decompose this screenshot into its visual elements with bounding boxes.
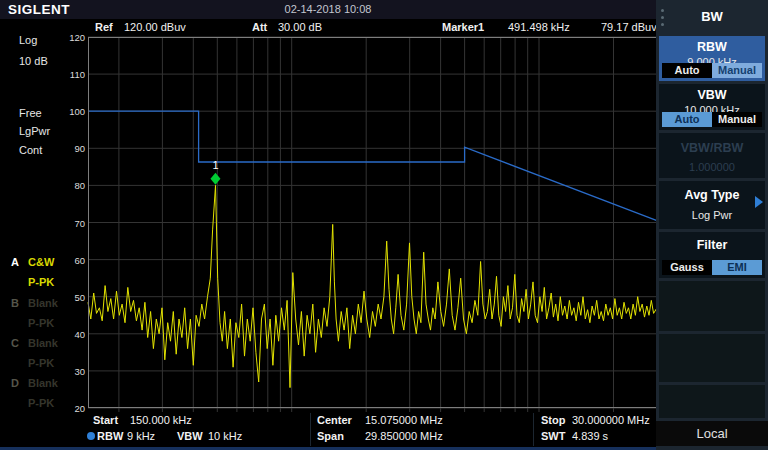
y-axis-tick-label: 40 [56, 328, 85, 339]
vbw-rbw-softkey: VBW/RBW 1.000000 [659, 133, 765, 178]
datetime-display: 02-14-2018 10:08 [0, 3, 656, 15]
y-axis-tick-label: 50 [56, 291, 85, 302]
limit-line [88, 111, 657, 220]
rbw-label: RBW [97, 430, 123, 443]
local-button[interactable]: Local [656, 421, 768, 446]
stop-label: Stop [541, 414, 565, 427]
marker-amplitude: 79.17 dBuv [601, 21, 657, 34]
trace-d-mode: Blank [28, 377, 58, 389]
swt-label: SWT [541, 430, 565, 443]
trace-b-letter: B [11, 297, 19, 309]
trace-a-detector: P-PK [28, 276, 54, 288]
scale-div-label: 10 dB [19, 55, 48, 67]
ref-value: 120.00 dBuv [124, 21, 186, 34]
center-value: 15.075000 MHz [365, 414, 443, 427]
marker-diamond-icon[interactable] [210, 173, 220, 185]
trace-d-detector: P-PK [28, 397, 54, 409]
avg-mode-label: LgPwr [19, 125, 50, 137]
trace-a-line [88, 185, 657, 387]
submenu-arrow-icon [755, 196, 763, 208]
empty-softkey-1 [659, 281, 765, 331]
rbw-softkey-title: RBW [659, 40, 765, 54]
filter-emi-option[interactable]: EMI [712, 260, 762, 275]
marker-number-label: 1 [212, 159, 218, 171]
rbw-active-dot-icon [87, 432, 95, 440]
plot-area: 1 [88, 37, 657, 413]
marker-frequency: 491.498 kHz [508, 21, 570, 34]
trace-c-letter: C [11, 337, 19, 349]
scale-type-label: Log [19, 34, 37, 46]
avg-type-title: Avg Type [659, 188, 765, 202]
vbw-label: VBW [177, 430, 203, 443]
spectrum-chart: 1 [88, 37, 657, 413]
y-axis-tick-label: 120 [56, 32, 85, 43]
avg-type-softkey[interactable]: Avg Type Log Pwr [659, 181, 765, 229]
trace-c-detector: P-PK [28, 357, 54, 369]
vbw-auto-option[interactable]: Auto [662, 112, 712, 127]
att-value: 30.00 dB [278, 21, 322, 34]
avg-type-value: Log Pwr [659, 209, 765, 221]
start-label: Start [93, 414, 118, 427]
trace-d-letter: D [11, 377, 19, 389]
empty-softkey-2 [659, 334, 765, 382]
y-axis-tick-label: 110 [56, 69, 85, 80]
trace-a-letter: A [11, 256, 19, 268]
ref-label: Ref [95, 21, 113, 34]
trace-a-mode: C&W [28, 256, 54, 268]
y-axis-tick-label: 20 [56, 403, 85, 414]
graticule-grid [88, 37, 657, 412]
spectrum-analyzer-screen: SIGLENT 02-14-2018 10:08 Ref 120.00 dBuv… [0, 0, 768, 450]
stop-value: 30.000000 MHz [572, 414, 650, 427]
trace-b-mode: Blank [28, 297, 58, 309]
rbw-value: 9 kHz [127, 430, 155, 443]
att-label: Att [252, 21, 267, 34]
rbw-softkey[interactable]: RBW 9.000 kHz Auto Manual [659, 36, 765, 81]
y-axis-tick-label: 100 [56, 106, 85, 117]
vbw-softkey[interactable]: VBW 10.000 kHz Auto Manual [659, 84, 765, 130]
trace-b-detector: P-PK [28, 317, 54, 329]
trigger-label: Free [19, 107, 42, 119]
y-axis-tick-label: 70 [56, 217, 85, 228]
filter-softkey[interactable]: Filter Gauss EMI [659, 232, 765, 278]
y-axis-tick-label: 60 [56, 254, 85, 265]
menu-title: BW [656, 0, 768, 34]
y-axis-tick-label: 80 [56, 180, 85, 191]
rbw-manual-option[interactable]: Manual [712, 63, 762, 78]
sweep-mode-label: Cont [19, 144, 42, 156]
filter-title: Filter [659, 238, 765, 252]
trace-c-mode: Blank [28, 337, 58, 349]
footer-divider [310, 413, 311, 446]
y-axis-tick-label: 90 [56, 143, 85, 154]
rbw-auto-option[interactable]: Auto [662, 63, 712, 78]
vbw-softkey-title: VBW [659, 88, 765, 102]
filter-gauss-option[interactable]: Gauss [662, 260, 712, 275]
marker-name: Marker1 [442, 21, 484, 34]
y-axis-tick-label: 30 [56, 365, 85, 376]
span-value: 29.850000 MHz [365, 430, 443, 443]
vbw-value: 10 kHz [208, 430, 242, 443]
vbw-manual-option[interactable]: Manual [712, 112, 762, 127]
empty-softkey-3 [659, 385, 765, 418]
center-label: Center [317, 414, 352, 427]
start-value: 150.000 kHz [130, 414, 192, 427]
vbw-rbw-title: VBW/RBW [659, 141, 765, 155]
vbw-rbw-value: 1.000000 [659, 161, 765, 173]
softkey-menu-panel: BW RBW 9.000 kHz Auto Manual VBW 10.000 … [656, 0, 768, 450]
span-label: Span [317, 430, 344, 443]
swt-value: 4.839 s [572, 430, 608, 443]
top-bar: SIGLENT 02-14-2018 10:08 [0, 0, 656, 19]
footer-divider [533, 413, 534, 446]
